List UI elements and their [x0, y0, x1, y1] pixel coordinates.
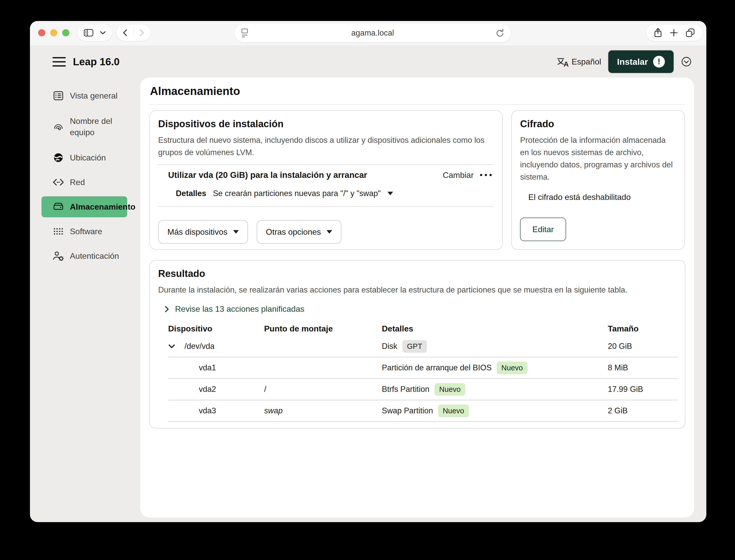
sidebar-item-overview[interactable]: Vista general [41, 85, 127, 106]
new-badge: Nuevo [438, 405, 469, 417]
device-name: vda1 [168, 363, 264, 372]
install-button[interactable]: Instalar ! [608, 50, 674, 73]
devices-card-description: Estructura del nuevo sistema, incluyendo… [158, 134, 493, 159]
device-size: 8 MiB [608, 363, 678, 372]
storage-drive-icon [52, 201, 64, 213]
sidebar-item-hostname[interactable]: Nombre del equipo [41, 110, 127, 144]
install-button-label: Instalar [617, 57, 648, 67]
divider [158, 164, 494, 165]
col-header-size: Tamaño [608, 324, 678, 333]
col-header-mountpoint: Punto de montaje [264, 324, 382, 333]
title-divider [149, 104, 685, 105]
language-selector[interactable]: A Español [557, 56, 601, 67]
sidebar-item-localization[interactable]: Ubicación [41, 147, 127, 168]
new-badge: Nuevo [497, 362, 527, 374]
review-actions-expander[interactable]: Revise las 13 acciones planificadas [158, 304, 677, 314]
network-icon [52, 176, 64, 188]
device-size: 17.99 GiB [608, 385, 678, 394]
sidebar-item-network[interactable]: Red [41, 172, 127, 193]
screen: agama.local [0, 0, 735, 560]
sidebar-toggle-icon[interactable] [83, 29, 94, 37]
globe-icon [52, 152, 64, 164]
sidebar-item-label: Ubicación [70, 152, 106, 163]
proposal-details-dropdown[interactable]: Detalles Se crearán particiones nuevas p… [158, 189, 494, 198]
table-row: vda3 swap Swap Partition Nuevo 2 GiB [168, 400, 678, 422]
share-icon[interactable] [654, 28, 662, 38]
sidebar-menu-chevron-icon[interactable] [100, 31, 106, 35]
device-details: Btrfs Partition [382, 385, 429, 394]
details-value: Se crearán particiones nuevas para "/" y… [213, 189, 381, 198]
device-name: vda3 [168, 406, 264, 415]
header-options-chevron-icon[interactable] [681, 56, 692, 67]
toolbar-right-group [646, 25, 702, 41]
sidebar-item-label: Red [70, 177, 85, 188]
other-options-label: Otras opciones [266, 227, 321, 237]
result-card-title: Resultado [158, 268, 677, 279]
sidebar-item-software[interactable]: Software [41, 221, 127, 242]
address-bar[interactable]: agama.local [234, 24, 511, 42]
page-format-icon[interactable] [241, 28, 249, 38]
result-card: Resultado Durante la instalación, se rea… [149, 260, 685, 428]
forward-icon[interactable] [139, 29, 145, 37]
kebab-dots-icon[interactable]: ••• [480, 171, 494, 179]
installation-devices-card: Dispositivos de instalación Estructura d… [149, 110, 503, 250]
device-details: Swap Partition [382, 406, 433, 415]
device-details: Disk [382, 342, 397, 351]
mount-point: / [264, 385, 382, 394]
device-size: 20 GiB [608, 342, 678, 351]
col-header-device: Dispositivo [168, 324, 264, 333]
devices-card-title: Dispositivos de instalación [158, 119, 494, 130]
device-size: 2 GiB [608, 406, 678, 415]
caret-down-icon [387, 192, 393, 195]
review-actions-label[interactable]: Revise las 13 acciones planificadas [175, 304, 304, 314]
nav-buttons-group [116, 25, 150, 41]
table-header-row: Dispositivo Punto de montaje Detalles Ta… [168, 321, 678, 336]
caret-down-icon [327, 230, 332, 234]
tab-overview-icon[interactable] [685, 28, 695, 38]
software-grid-icon [52, 225, 64, 237]
translate-icon: A [557, 56, 569, 67]
app-body: Vista general Nombre del equipo [30, 78, 706, 522]
sidebar-item-authentication[interactable]: Autenticación [41, 245, 127, 266]
reload-icon[interactable] [495, 28, 505, 38]
install-warning-badge: ! [653, 56, 665, 68]
sidebar-item-label: Software [70, 226, 102, 237]
expand-chevron-down-icon[interactable] [168, 344, 175, 349]
partition-table-badge: GPT [402, 340, 427, 353]
sidebar-item-label: Vista general [70, 90, 117, 101]
minimize-window-button[interactable] [50, 29, 57, 36]
new-tab-icon[interactable] [670, 29, 678, 37]
url-text[interactable]: agama.local [351, 28, 394, 38]
details-label: Detalles [176, 189, 206, 198]
encryption-edit-button[interactable]: Editar [520, 218, 566, 241]
new-badge: Nuevo [435, 383, 465, 396]
encryption-card-description: Protección de la información almacenada … [520, 134, 676, 183]
change-device-menu[interactable]: Cambiar ••• [443, 170, 494, 180]
browser-window: agama.local [30, 21, 706, 522]
sidebar-nav: Vista general Nombre del equipo [30, 78, 140, 522]
back-icon[interactable] [122, 29, 128, 37]
col-header-details: Detalles [382, 324, 608, 333]
more-devices-button[interactable]: Más dispositivos [158, 220, 248, 244]
partitions-table: Dispositivo Punto de montaje Detalles Ta… [168, 321, 678, 422]
language-label: Español [571, 57, 601, 67]
encryption-status: El cifrado está deshabilitado [520, 192, 676, 202]
header-actions: A Español Instalar ! [557, 46, 692, 78]
nav-divider [133, 28, 134, 38]
overview-icon [52, 90, 64, 102]
hamburger-menu-icon[interactable] [52, 57, 66, 67]
close-window-button[interactable] [38, 29, 45, 36]
table-row: vda1 Partición de arranque del BIOS Nuev… [168, 357, 678, 379]
app-header: Leap 16.0 A Español Instalar [30, 46, 706, 78]
sidebar-item-storage[interactable]: Almacenamiento [41, 196, 127, 217]
more-devices-label: Más dispositivos [167, 227, 228, 237]
change-label[interactable]: Cambiar [443, 170, 474, 180]
browser-toolbar: agama.local [30, 21, 706, 46]
zoom-window-button[interactable] [62, 29, 69, 36]
device-details: Partición de arranque del BIOS [382, 363, 492, 372]
result-card-description: Durante la instalación, se realizarán va… [158, 284, 677, 296]
caret-down-icon [233, 230, 239, 234]
other-options-button[interactable]: Otras opciones [257, 220, 341, 244]
table-row: /dev/vda Disk GPT 20 GiB [168, 336, 678, 357]
sidebar-item-label: Autenticación [70, 250, 119, 262]
